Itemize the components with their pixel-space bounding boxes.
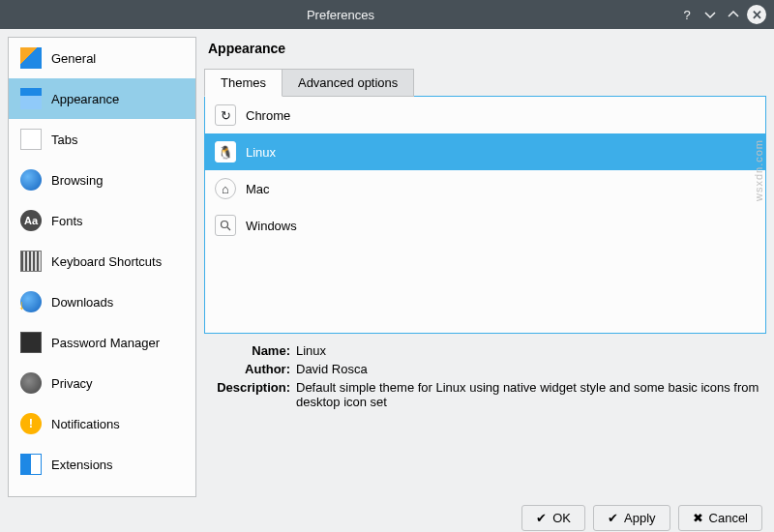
sidebar-item-spellcheck[interactable]: ASpell Check	[9, 485, 195, 497]
tab-bar: Themes Advanced options	[204, 68, 766, 97]
svg-line-1	[227, 227, 230, 230]
tab-label: Advanced options	[298, 75, 398, 90]
search-icon	[215, 215, 236, 236]
sidebar-item-appearance[interactable]: Appearance	[9, 78, 195, 119]
fonts-icon: Aa	[20, 210, 42, 231]
name-value: Linux	[296, 343, 762, 358]
close-icon[interactable]: ✕	[747, 5, 766, 24]
appearance-icon	[20, 88, 42, 109]
tab-advanced[interactable]: Advanced options	[283, 69, 414, 97]
watermark: wsxdn.com	[753, 139, 764, 201]
spellcheck-icon: A	[20, 494, 42, 497]
check-icon: ✔	[608, 511, 618, 525]
sidebar-item-tabs[interactable]: Tabs	[9, 119, 195, 160]
sidebar-item-extensions[interactable]: Extensions	[9, 444, 195, 485]
content-pane: Appearance Themes Advanced options ↻Chro…	[204, 37, 766, 497]
keyboard-icon	[20, 251, 42, 272]
sidebar-item-browsing[interactable]: Browsing	[9, 160, 195, 200]
sidebar-item-label: Notifications	[51, 417, 120, 431]
sidebar-item-label: Browsing	[51, 173, 103, 188]
maximize-icon[interactable]	[724, 5, 743, 24]
sidebar-item-label: Appearance	[51, 92, 119, 106]
sidebar-item-label: Password Manager	[51, 336, 160, 350]
help-icon[interactable]: ?	[677, 5, 697, 24]
theme-item-label: Linux	[246, 145, 276, 160]
close-icon: ✖	[693, 511, 703, 525]
description-key: Description:	[208, 380, 290, 409]
check-icon: ✔	[536, 511, 547, 525]
titlebar: Preferences ? ✕	[0, 0, 774, 29]
extension-icon	[20, 454, 42, 475]
sidebar-item-downloads[interactable]: Downloads	[9, 281, 195, 322]
theme-item-label: Chrome	[246, 108, 290, 123]
sidebar-item-privacy[interactable]: Privacy	[9, 363, 195, 403]
sidebar-item-general[interactable]: General	[9, 38, 195, 78]
sidebar-item-label: Downloads	[51, 295, 113, 310]
author-key: Author:	[208, 362, 290, 376]
minimize-icon[interactable]	[700, 5, 720, 24]
theme-item-label: Mac	[246, 182, 270, 196]
notification-icon: !	[20, 413, 42, 434]
name-key: Name:	[208, 343, 290, 358]
sidebar-item-fonts[interactable]: AaFonts	[9, 200, 195, 241]
sidebar-item-notifications[interactable]: !Notifications	[9, 403, 195, 444]
theme-details: Name: Linux Author: David Rosca Descript…	[208, 343, 762, 409]
main-area: General Appearance Tabs Browsing AaFonts…	[0, 29, 774, 505]
svg-point-0	[222, 222, 228, 228]
sidebar-item-password[interactable]: Password Manager	[9, 322, 195, 363]
globe-icon	[20, 169, 42, 191]
cancel-button[interactable]: ✖Cancel	[678, 505, 762, 531]
dialog-buttons: ✔OK ✔Apply ✖Cancel	[0, 505, 774, 532]
sidebar-item-keyboard[interactable]: Keyboard Shortcuts	[9, 241, 195, 281]
theme-item-windows[interactable]: Windows	[205, 207, 765, 244]
ok-button[interactable]: ✔OK	[521, 505, 585, 531]
author-value: David Rosca	[296, 362, 762, 376]
sidebar-item-label: Extensions	[51, 458, 113, 472]
sidebar-item-label: Keyboard Shortcuts	[51, 254, 162, 269]
home-icon: ⌂	[215, 178, 236, 199]
sidebar-item-label: Tabs	[51, 133, 77, 147]
theme-item-label: Windows	[246, 219, 297, 233]
button-label: OK	[552, 511, 571, 525]
sidebar-item-label: Privacy	[51, 376, 93, 391]
general-icon	[20, 47, 42, 69]
tux-icon: 🐧	[215, 141, 236, 163]
theme-item-mac[interactable]: ⌂Mac	[205, 170, 765, 207]
theme-list: ↻Chrome 🐧Linux ⌂Mac Windows	[204, 96, 766, 334]
description-value: Default simple theme for Linux using nat…	[296, 380, 762, 409]
tab-label: Themes	[221, 75, 266, 90]
sidebar-item-label: General	[51, 51, 96, 66]
theme-item-chrome[interactable]: ↻Chrome	[205, 97, 765, 133]
privacy-icon	[20, 372, 42, 394]
tab-themes[interactable]: Themes	[204, 69, 283, 97]
download-icon	[20, 291, 42, 312]
chrome-icon: ↻	[215, 104, 236, 126]
button-label: Cancel	[709, 511, 748, 525]
password-icon	[20, 332, 42, 353]
button-label: Apply	[624, 511, 656, 525]
window-title: Preferences	[8, 8, 673, 22]
section-title: Appearance	[208, 41, 766, 56]
sidebar-item-label: Fonts	[51, 214, 83, 228]
theme-item-linux[interactable]: 🐧Linux	[205, 133, 765, 170]
sidebar: General Appearance Tabs Browsing AaFonts…	[8, 37, 196, 497]
apply-button[interactable]: ✔Apply	[593, 505, 670, 531]
tabs-icon	[20, 129, 42, 150]
